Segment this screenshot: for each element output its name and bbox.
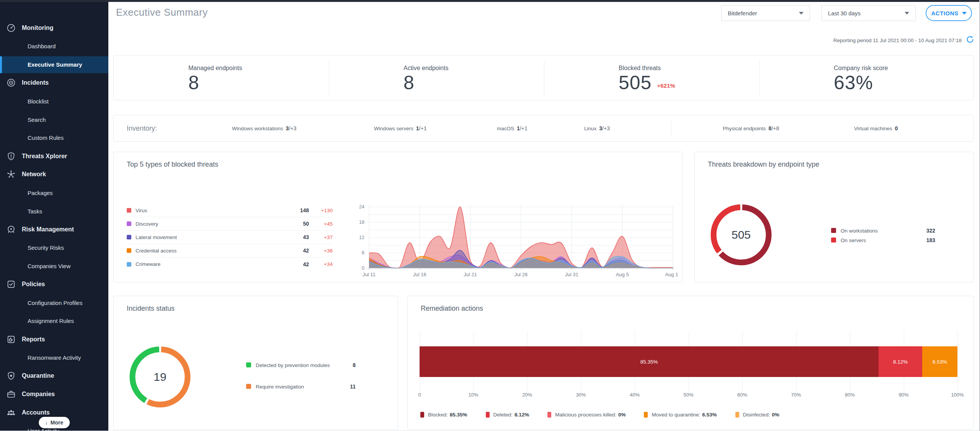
legend-delta: +130 bbox=[309, 208, 333, 213]
refresh-button[interactable] bbox=[965, 35, 975, 44]
legend-label: Credential access bbox=[136, 248, 287, 254]
inventory-item-value: 1/+1 bbox=[517, 125, 528, 131]
inventory-item-windows-servers: Windows servers1/+1 bbox=[374, 125, 426, 131]
x-axis-tick-label: Jul 16 bbox=[413, 272, 426, 277]
inventory-item-name: Virtual machines bbox=[854, 126, 892, 131]
period-filter-select[interactable]: Last 30 days bbox=[822, 5, 916, 21]
sidebar-item-dashboard[interactable]: Dashboard bbox=[0, 38, 108, 55]
sidebar-item-policies[interactable]: Policies bbox=[0, 276, 108, 293]
legend-swatch bbox=[831, 238, 836, 243]
period-filter-value: Last 30 days bbox=[828, 10, 861, 16]
kpi-managed-endpoints: Managed endpoints8 bbox=[114, 56, 329, 100]
sidebar-item-companies[interactable]: Companies bbox=[0, 386, 108, 403]
quarantine-icon bbox=[6, 371, 16, 381]
inventory-item-name: Windows workstations bbox=[232, 126, 283, 131]
sidebar-item-configuration-profiles[interactable]: Configuration Profiles bbox=[0, 294, 108, 311]
incidents-status-card: Incidents status 19 Detected by preventi… bbox=[113, 296, 398, 430]
threats-breakdown-title: Threats breakdown by endpoint type bbox=[708, 161, 819, 169]
inventory-item-value: 0 bbox=[895, 125, 898, 131]
inventory-item-suffix: /+1 bbox=[419, 125, 427, 131]
sidebar-item-label: Ransomware Activity bbox=[28, 354, 81, 361]
legend-total: 42 bbox=[287, 247, 309, 254]
legend-delta: +45 bbox=[309, 221, 333, 227]
sidebar-item-quarantine[interactable]: Quarantine bbox=[0, 367, 108, 384]
sidebar-item-packages[interactable]: Packages bbox=[0, 184, 108, 201]
kpi-label: Active endpoints bbox=[403, 65, 544, 72]
company-filter-value: Bitdefender bbox=[728, 10, 757, 16]
incidents-status-title: Incidents status bbox=[127, 305, 175, 313]
inventory-divider bbox=[671, 121, 671, 137]
reporting-period: Reporting period 11 Jul 2021 00:00 - 10 … bbox=[833, 38, 962, 43]
kpi-value-row: 8 bbox=[403, 72, 544, 93]
sidebar-item-ransomware-activity[interactable]: Ransomware Activity bbox=[0, 349, 108, 366]
actions-button[interactable]: ACTIONS bbox=[926, 5, 972, 21]
legend-label: Virus bbox=[136, 208, 287, 213]
y-axis-tick-label: 0 bbox=[362, 265, 364, 271]
arrow-down-icon: ↓ bbox=[45, 420, 48, 426]
legend-label: On servers bbox=[841, 237, 866, 244]
kpi-value-row: 505+621% bbox=[619, 72, 759, 93]
legend-swatch bbox=[127, 208, 131, 213]
inventory-item-value: 3/+3 bbox=[599, 125, 610, 131]
legend-swatch bbox=[420, 412, 424, 418]
sidebar-item-executive-summary[interactable]: Executive Summary bbox=[0, 56, 108, 73]
sidebar-item-network[interactable]: Network bbox=[0, 166, 108, 183]
kpi-label: Blocked threats bbox=[619, 65, 759, 72]
sidebar-item-label: Tasks bbox=[28, 208, 42, 215]
gridline bbox=[957, 331, 958, 392]
sidebar-item-incidents[interactable]: Incidents bbox=[0, 74, 108, 91]
x-axis-tick-label: 70% bbox=[781, 392, 812, 398]
inventory-item-value: 1/+1 bbox=[416, 125, 427, 131]
sidebar-item-assignment-rules[interactable]: Assignment Rules bbox=[0, 313, 108, 329]
company-filter-select[interactable]: Bitdefender bbox=[721, 5, 810, 21]
sidebar-item-custom-rules[interactable]: Custom Rules bbox=[0, 129, 108, 146]
kpi-company-risk-score: Company risk score63% bbox=[759, 56, 974, 100]
incidents-icon bbox=[6, 78, 16, 88]
inventory-item-value: 8/+8 bbox=[769, 125, 779, 131]
chevron-down-icon bbox=[799, 12, 804, 15]
legend-swatch bbox=[547, 412, 551, 418]
inventory-item-name: Physical endpoints bbox=[723, 126, 766, 131]
remediation-actions-title: Remediation actions bbox=[421, 305, 483, 313]
companies-icon bbox=[6, 389, 16, 399]
kpi-value-row: 63% bbox=[834, 72, 974, 93]
legend-swatch bbox=[831, 228, 836, 233]
sidebar-item-blocklist[interactable]: Blocklist bbox=[0, 93, 108, 110]
kpi-summary-card: Managed endpoints8Active endpoints8Block… bbox=[113, 55, 974, 100]
incidents-status-donut: 19 bbox=[127, 344, 193, 410]
kpi-value: 8 bbox=[188, 72, 199, 93]
sidebar-item-search[interactable]: Search bbox=[0, 111, 108, 128]
legend-row-lateral-movement: Lateral movement43+37 bbox=[127, 231, 333, 244]
sidebar-item-label: Packages bbox=[28, 190, 53, 196]
sidebar-item-companies-view[interactable]: Companies View bbox=[0, 257, 108, 274]
legend-total: 50 bbox=[287, 221, 309, 227]
legend-label: Blocked: bbox=[428, 412, 448, 418]
sidebar-item-threats-xplorer[interactable]: Threats Xplorer bbox=[0, 148, 108, 165]
legend-label: Malicious processes killed: bbox=[555, 412, 616, 418]
sidebar-item-security-risks[interactable]: Security Risks bbox=[0, 239, 108, 256]
legend-row-on-servers: On servers183 bbox=[831, 237, 935, 246]
sidebar-item-label: Threats Xplorer bbox=[22, 153, 67, 160]
network-icon bbox=[6, 169, 16, 179]
legend-item-malicious-processes-killed: Malicious processes killed:0% bbox=[547, 412, 626, 418]
sidebar-item-label: Search bbox=[28, 116, 46, 123]
x-axis-tick-label: 60% bbox=[727, 392, 758, 398]
inventory-item-virtual-machines: Virtual machines0 bbox=[854, 125, 898, 131]
sidebar-item-label: Accounts bbox=[22, 409, 50, 416]
screen: MonitoringDashboardExecutive SummaryInci… bbox=[0, 0, 980, 431]
legend-delta: +34 bbox=[309, 261, 333, 267]
x-axis-tick-label: 100% bbox=[942, 392, 973, 398]
more-button[interactable]: ↓ More bbox=[39, 417, 70, 428]
x-axis-tick-label: Aug 5 bbox=[616, 272, 629, 277]
sidebar-item-label: Incidents bbox=[22, 79, 49, 86]
sidebar-item-label: Companies View bbox=[28, 263, 70, 269]
sidebar-item-monitoring[interactable]: Monitoring bbox=[0, 20, 108, 36]
top-threats-title: Top 5 types of blocked threats bbox=[127, 161, 218, 169]
sidebar-item-label: Security Risks bbox=[28, 244, 64, 251]
sidebar-item-label: Risk Management bbox=[22, 226, 74, 233]
sidebar-item-risk-management[interactable]: Risk Management bbox=[0, 221, 108, 238]
sidebar-item-tasks[interactable]: Tasks bbox=[0, 203, 108, 220]
legend-swatch bbox=[127, 235, 131, 239]
sidebar-item-reports[interactable]: Reports bbox=[0, 331, 108, 348]
x-axis-tick-label: Aug 10 bbox=[665, 272, 678, 277]
